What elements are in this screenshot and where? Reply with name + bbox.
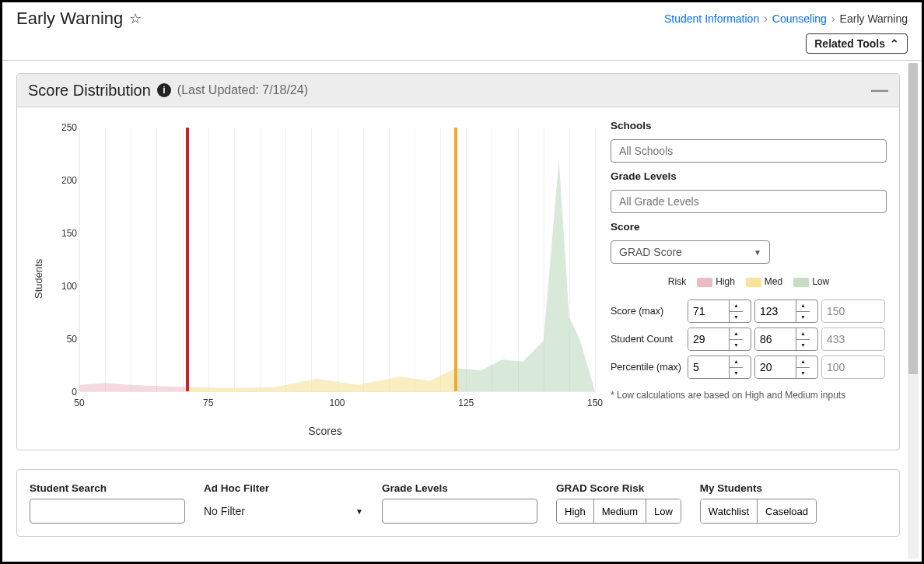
chevron-right-icon: › xyxy=(764,12,768,25)
score-max-high-input[interactable] xyxy=(688,300,729,322)
risk-medium-button[interactable]: Medium xyxy=(594,499,646,523)
percentile-high-input[interactable] xyxy=(688,356,729,378)
y-tick: 100 xyxy=(47,281,77,292)
step-up-icon[interactable]: ▲ xyxy=(730,328,743,340)
percentile-high-stepper[interactable]: ▲▼ xyxy=(688,356,751,379)
score-max-high-stepper[interactable]: ▲▼ xyxy=(688,300,751,323)
scrollbar-thumb[interactable] xyxy=(908,63,918,374)
chevron-up-icon: ⌃ xyxy=(890,37,899,50)
percentile-low-value xyxy=(822,356,863,378)
percentile-low-display xyxy=(821,356,885,379)
low-calc-note: * Low calculations are based on High and… xyxy=(611,390,887,401)
y-tick: 250 xyxy=(47,122,77,133)
x-tick: 150 xyxy=(587,398,603,408)
chevron-down-icon: ▼ xyxy=(355,507,363,516)
chevron-right-icon: › xyxy=(831,12,835,25)
step-up-icon[interactable]: ▲ xyxy=(796,356,810,368)
step-up-icon[interactable]: ▲ xyxy=(796,300,810,312)
my-students-button-group: Watchlist Caseload xyxy=(700,499,817,524)
y-tick: 200 xyxy=(47,175,77,186)
schools-input[interactable] xyxy=(611,139,887,163)
y-tick: 0 xyxy=(47,387,77,398)
step-up-icon[interactable]: ▲ xyxy=(730,300,743,312)
y-axis-label: Students xyxy=(30,120,47,437)
percentile-med-input[interactable] xyxy=(755,356,796,378)
x-tick: 125 xyxy=(458,398,474,408)
y-tick: 50 xyxy=(47,334,77,345)
student-filter-panel: Student Search Ad Hoc Filter No Filter ▼… xyxy=(16,469,900,537)
last-updated: (Last Updated: 7/18/24) xyxy=(177,83,308,97)
student-count-med-stepper[interactable]: ▲▼ xyxy=(754,328,818,351)
step-up-icon[interactable]: ▲ xyxy=(730,356,743,368)
step-down-icon[interactable]: ▼ xyxy=(796,368,810,379)
adhoc-filter-value: No Filter xyxy=(204,505,245,517)
swatch-high xyxy=(697,278,712,287)
risk-button-group: High Medium Low xyxy=(556,499,681,524)
caseload-button[interactable]: Caseload xyxy=(758,499,816,523)
my-students-label: My Students xyxy=(700,482,817,494)
adhoc-filter-select[interactable]: No Filter ▼ xyxy=(204,499,363,524)
score-max-low-value xyxy=(822,300,863,322)
risk-legend-label: Risk xyxy=(668,276,686,287)
x-tick: 100 xyxy=(329,398,345,408)
score-max-low-display xyxy=(821,300,885,323)
panel-header: Score Distribution i (Last Updated: 7/18… xyxy=(17,74,899,107)
grad-score-risk-label: GRAD Score Risk xyxy=(556,482,681,494)
grade-levels-input[interactable] xyxy=(611,190,887,213)
breadcrumb-counseling[interactable]: Counseling xyxy=(772,12,827,25)
filters-column: Schools Grade Levels Score GRAD Score ▼ … xyxy=(611,120,887,437)
grade-levels-label: Grade Levels xyxy=(611,170,887,182)
step-down-icon[interactable]: ▼ xyxy=(730,312,743,323)
vertical-scrollbar[interactable] xyxy=(908,63,919,559)
grade-levels-filter-label: Grade Levels xyxy=(382,482,537,494)
student-count-high-input[interactable] xyxy=(688,328,729,350)
student-search-label: Student Search xyxy=(30,482,185,494)
breadcrumb-current: Early Warning xyxy=(840,12,908,25)
percentile-med-stepper[interactable]: ▲▼ xyxy=(754,356,818,379)
student-count-label: Student Count xyxy=(611,334,684,345)
swatch-med xyxy=(746,278,761,287)
page-title: Early Warning xyxy=(16,9,123,29)
score-max-med-input[interactable] xyxy=(755,300,796,322)
x-tick: 75 xyxy=(203,398,213,408)
score-select-value: GRAD Score xyxy=(619,246,682,258)
favorite-star-icon[interactable]: ☆ xyxy=(129,10,142,27)
step-down-icon[interactable]: ▼ xyxy=(796,340,810,351)
swatch-low xyxy=(793,278,809,287)
student-count-low-display xyxy=(821,328,885,351)
schools-label: Schools xyxy=(611,120,887,131)
panel-title: Score Distribution xyxy=(28,82,151,100)
score-max-med-stepper[interactable]: ▲▼ xyxy=(754,300,818,323)
related-tools-button[interactable]: Related Tools ⌃ xyxy=(806,33,908,54)
step-down-icon[interactable]: ▼ xyxy=(730,368,743,379)
step-down-icon[interactable]: ▼ xyxy=(796,312,810,323)
chevron-down-icon: ▼ xyxy=(754,248,761,257)
student-search-input[interactable] xyxy=(30,499,185,524)
risk-high-button[interactable]: High xyxy=(557,499,594,523)
grade-levels-filter-input[interactable] xyxy=(382,499,537,524)
watchlist-button[interactable]: Watchlist xyxy=(701,499,758,523)
info-icon[interactable]: i xyxy=(157,83,171,97)
step-up-icon[interactable]: ▲ xyxy=(796,328,810,340)
x-axis-label: Scores xyxy=(47,425,603,437)
related-tools-label: Related Tools xyxy=(814,37,885,50)
breadcrumb: Student Information › Counseling › Early… xyxy=(664,12,908,25)
threshold-line-high[interactable] xyxy=(186,128,189,391)
risk-low-button[interactable]: Low xyxy=(646,499,681,523)
chart: Students 250 200 150 100 50 0 xyxy=(30,120,603,437)
step-down-icon[interactable]: ▼ xyxy=(730,340,743,351)
risk-legend: Risk High Med Low xyxy=(611,276,887,287)
threshold-line-med[interactable] xyxy=(454,128,457,391)
y-tick: 150 xyxy=(47,228,77,239)
score-distribution-panel: Score Distribution i (Last Updated: 7/18… xyxy=(16,73,900,450)
plot-area: 50 75 100 125 150 xyxy=(79,128,595,392)
score-max-label: Score (max) xyxy=(611,306,684,317)
student-count-high-stepper[interactable]: ▲▼ xyxy=(688,328,751,351)
breadcrumb-student-info[interactable]: Student Information xyxy=(664,12,759,25)
student-count-low-value xyxy=(822,328,863,350)
score-select[interactable]: GRAD Score ▼ xyxy=(611,240,770,264)
student-count-med-input[interactable] xyxy=(755,328,796,350)
score-label: Score xyxy=(611,221,887,233)
collapse-icon[interactable]: — xyxy=(871,80,888,100)
percentile-label: Percentile (max) xyxy=(611,362,684,373)
